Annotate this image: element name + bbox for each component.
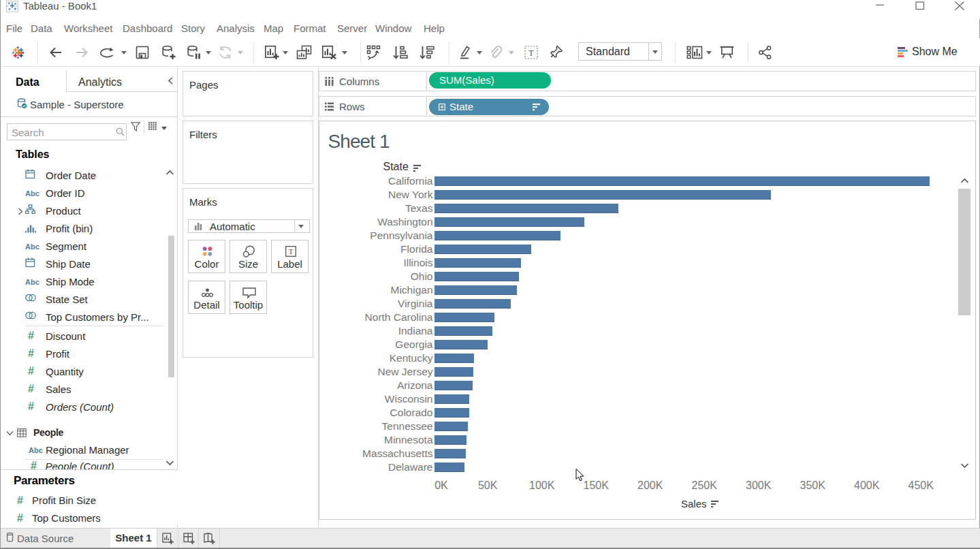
svg-text:T: T — [289, 247, 294, 255]
svg-text:T: T — [528, 48, 534, 58]
